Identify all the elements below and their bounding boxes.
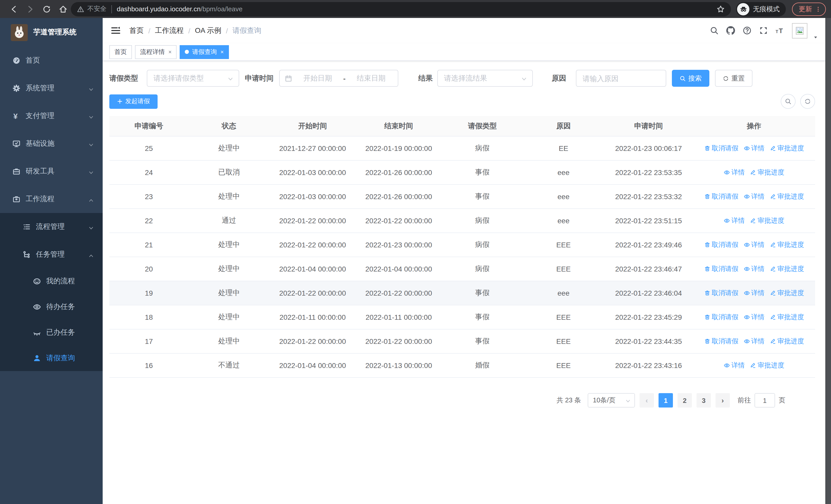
cell-申请编号: 18 bbox=[109, 313, 189, 321]
font-size-icon[interactable]: TT bbox=[776, 26, 784, 35]
progress-action-link[interactable]: 审批进度 bbox=[750, 168, 784, 177]
progress-action-link[interactable]: 审批进度 bbox=[770, 337, 804, 346]
cell-申请编号: 19 bbox=[109, 289, 189, 297]
tab-label: 请假查询 bbox=[192, 48, 217, 56]
progress-action-link[interactable]: 审批进度 bbox=[750, 216, 784, 225]
header-search-icon[interactable] bbox=[710, 26, 719, 35]
page-button-3[interactable]: 3 bbox=[696, 393, 711, 408]
prev-page-button[interactable]: ‹ bbox=[639, 393, 654, 408]
browser-home-icon[interactable] bbox=[58, 4, 68, 13]
detail-action-link[interactable]: 详情 bbox=[724, 168, 745, 177]
browser-back-icon[interactable] bbox=[9, 4, 19, 13]
sidebar-item-label: 已办任务 bbox=[46, 328, 75, 337]
breadcrumb-item[interactable]: 首页 bbox=[130, 26, 144, 35]
detail-action-link[interactable]: 详情 bbox=[744, 240, 765, 249]
table-row: 20处理中2022-01-04 00:00:002022-01-04 00:00… bbox=[109, 257, 815, 281]
apply-time-range-picker[interactable]: 开始日期 - 结束日期 bbox=[279, 70, 398, 87]
reason-input[interactable] bbox=[582, 74, 660, 82]
github-icon[interactable] bbox=[726, 26, 735, 35]
detail-action-link[interactable]: 详情 bbox=[724, 361, 745, 370]
sidebar-item-基础设施[interactable]: 基础设施 bbox=[0, 130, 103, 157]
sidebar-collapse-icon[interactable] bbox=[111, 26, 121, 35]
tab-首页[interactable]: 首页 bbox=[109, 45, 132, 59]
address-bar[interactable]: 不安全 dashboard.yudao.iocoder.cn /bpm/oa/l… bbox=[71, 2, 731, 16]
sidebar-item-研发工具[interactable]: 研发工具 bbox=[0, 157, 103, 185]
sidebar-item-label: 基础设施 bbox=[26, 139, 54, 148]
browser-forward-icon[interactable] bbox=[26, 4, 35, 13]
progress-action-link[interactable]: 审批进度 bbox=[770, 289, 804, 298]
sidebar-item-待办任务[interactable]: 待办任务 bbox=[0, 294, 103, 320]
detail-action-link[interactable]: 详情 bbox=[744, 264, 765, 273]
detail-action-link[interactable]: 详情 bbox=[744, 144, 765, 153]
cancel-action-link[interactable]: 取消请假 bbox=[704, 192, 738, 201]
progress-action-link[interactable]: 审批进度 bbox=[770, 264, 804, 273]
detail-action-link[interactable]: 详情 bbox=[724, 216, 745, 225]
detail-action-link[interactable]: 详情 bbox=[744, 289, 765, 298]
cancel-action-link[interactable]: 取消请假 bbox=[704, 289, 738, 298]
detail-action-link[interactable]: 详情 bbox=[744, 313, 765, 322]
logo-avatar bbox=[11, 24, 28, 41]
update-button[interactable]: 更新 bbox=[792, 2, 826, 16]
sidebar-item-我的流程[interactable]: 我的流程 bbox=[0, 268, 103, 294]
page-button-1[interactable]: 1 bbox=[659, 393, 673, 408]
help-icon[interactable] bbox=[743, 26, 751, 35]
reason-input-wrap bbox=[576, 70, 666, 87]
next-page-button[interactable]: › bbox=[716, 393, 730, 408]
tab-close-icon[interactable]: × bbox=[221, 49, 224, 55]
sidebar-item-任务管理[interactable]: 任务管理 bbox=[0, 241, 103, 268]
tab-流程详情[interactable]: 流程详情× bbox=[135, 45, 177, 59]
progress-action-link[interactable]: 审批进度 bbox=[770, 192, 804, 201]
reset-button[interactable]: 重置 bbox=[715, 70, 752, 87]
cell-操作: 取消请假详情审批进度 bbox=[693, 240, 815, 249]
toggle-search-button[interactable] bbox=[781, 94, 796, 109]
browser-reload-icon[interactable] bbox=[42, 4, 51, 13]
bookmark-star-icon[interactable] bbox=[717, 5, 725, 13]
search-button[interactable]: 搜索 bbox=[672, 70, 709, 87]
eye-icon bbox=[724, 169, 730, 176]
tab-请假查询[interactable]: 请假查询× bbox=[180, 45, 229, 59]
tab-close-icon[interactable]: × bbox=[168, 49, 172, 55]
sidebar-item-工作流程[interactable]: 工作流程 bbox=[0, 185, 103, 213]
create-leave-button[interactable]: 发起请假 bbox=[109, 94, 157, 109]
refresh-table-button[interactable] bbox=[800, 94, 815, 109]
sidebar-item-支付管理[interactable]: ¥支付管理 bbox=[0, 102, 103, 130]
progress-action-link[interactable]: 审批进度 bbox=[770, 313, 804, 322]
fullscreen-icon[interactable] bbox=[759, 26, 768, 35]
cancel-action-link[interactable]: 取消请假 bbox=[704, 144, 738, 153]
page-size-select[interactable]: 10条/页 bbox=[588, 393, 635, 408]
avatar-caret-icon[interactable] bbox=[813, 32, 818, 36]
sidebar-item-请假查询[interactable]: 请假查询 bbox=[0, 346, 103, 371]
sidebar-item-已办任务[interactable]: 已办任务 bbox=[0, 320, 103, 346]
progress-action-link[interactable]: 审批进度 bbox=[750, 361, 784, 370]
detail-action-link[interactable]: 详情 bbox=[744, 192, 765, 201]
cancel-action-link[interactable]: 取消请假 bbox=[704, 313, 738, 322]
progress-action-link[interactable]: 审批进度 bbox=[770, 240, 804, 249]
toolbox-icon bbox=[12, 195, 21, 203]
cancel-action-link[interactable]: 取消请假 bbox=[704, 337, 738, 346]
chevron-down-icon bbox=[88, 224, 94, 230]
sidebar-item-系统管理[interactable]: 系统管理 bbox=[0, 75, 103, 102]
cell-开始时间: 2022-01-22 00:00:00 bbox=[269, 289, 356, 297]
leave-type-select[interactable]: 请选择请假类型 bbox=[147, 70, 239, 87]
sidebar-item-流程管理[interactable]: 流程管理 bbox=[0, 213, 103, 241]
result-select[interactable]: 请选择流结果 bbox=[437, 70, 533, 87]
breadcrumb-item[interactable]: 工作流程 bbox=[155, 26, 184, 35]
breadcrumb-item[interactable]: OA 示例 bbox=[195, 26, 222, 35]
table-row: 25处理中2021-12-27 00:00:002022-01-19 00:00… bbox=[109, 137, 815, 161]
detail-action-link[interactable]: 详情 bbox=[744, 337, 765, 346]
cell-开始时间: 2022-01-22 00:00:00 bbox=[269, 337, 356, 346]
cancel-action-link[interactable]: 取消请假 bbox=[704, 264, 738, 273]
browser-scrollbar[interactable] bbox=[825, 18, 831, 504]
goto-page-input[interactable] bbox=[754, 393, 775, 408]
cell-开始时间: 2022-01-04 00:00:00 bbox=[269, 361, 356, 369]
action-label: 详情 bbox=[751, 240, 765, 249]
sidebar-logo[interactable]: 芋道管理系统 bbox=[0, 18, 103, 47]
cancel-action-link[interactable]: 取消请假 bbox=[704, 240, 738, 249]
sidebar-item-首页[interactable]: 首页 bbox=[0, 47, 103, 75]
user-avatar[interactable] bbox=[792, 23, 807, 38]
progress-action-link[interactable]: 审批进度 bbox=[770, 144, 804, 153]
action-label: 取消请假 bbox=[712, 264, 738, 273]
column-header: 开始时间 bbox=[269, 121, 356, 130]
browser-menu-dots-icon[interactable] bbox=[815, 6, 821, 12]
page-button-2[interactable]: 2 bbox=[678, 393, 692, 408]
